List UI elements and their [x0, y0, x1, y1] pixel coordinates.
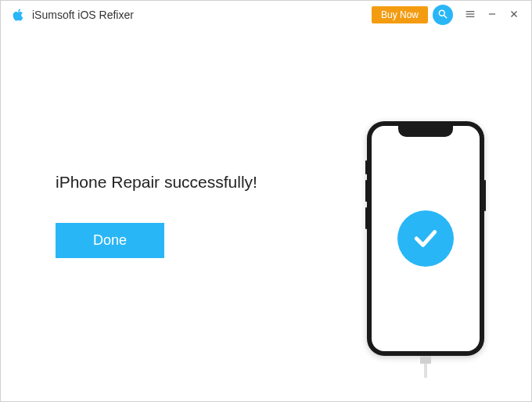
search-button[interactable] — [433, 5, 453, 25]
phone-screen — [372, 126, 480, 351]
app-logo-icon — [10, 7, 26, 23]
svg-line-1 — [444, 15, 447, 17]
close-button[interactable] — [503, 4, 525, 26]
titlebar: iSumsoft iOS Refixer Buy Now — [1, 1, 531, 29]
left-panel: iPhone Repair successfully! Done — [56, 173, 257, 305]
menu-button[interactable] — [459, 4, 481, 26]
phone-frame — [367, 121, 484, 356]
success-check-icon — [397, 210, 454, 267]
minimize-button[interactable] — [481, 4, 503, 26]
success-message: iPhone Repair successfully! — [56, 173, 257, 192]
search-icon — [437, 9, 448, 22]
minimize-icon — [487, 9, 498, 22]
main-content: iPhone Repair successfully! Done — [1, 29, 531, 401]
buy-now-button[interactable]: Buy Now — [372, 6, 428, 23]
phone-notch — [398, 126, 453, 137]
hamburger-icon — [464, 8, 476, 23]
close-icon — [509, 9, 519, 22]
phone-illustration — [367, 121, 484, 356]
cable-icon — [420, 356, 431, 378]
done-button[interactable]: Done — [56, 223, 164, 258]
app-title: iSumsoft iOS Refixer — [32, 9, 134, 21]
